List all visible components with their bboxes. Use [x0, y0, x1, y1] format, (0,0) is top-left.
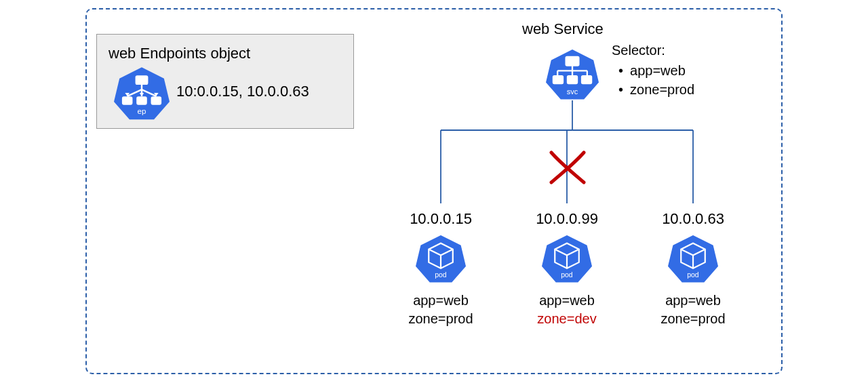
selector-block: Selector: app=web zone=prod	[612, 41, 694, 99]
endpoints-title: web Endpoints object	[108, 45, 250, 62]
svc-icon-label: svc	[567, 87, 578, 96]
pod-labels: app=web zone=dev	[513, 292, 621, 328]
svg-rect-1	[136, 76, 147, 83]
pod-ip: 10.0.0.15	[387, 210, 495, 228]
svg-text:pod: pod	[435, 271, 447, 279]
pod-heptagon-icon: pod	[416, 233, 466, 286]
svg-rect-13	[566, 57, 579, 65]
pod-ip: 10.0.0.99	[513, 210, 621, 228]
endpoints-ips: 10:0.0.15, 10.0.0.63	[176, 83, 309, 100]
svg-rect-19	[553, 76, 563, 83]
pod-label-zone: zone=prod	[387, 310, 495, 328]
pod-label-zone: zone=dev	[513, 310, 621, 328]
svg-rect-20	[568, 76, 577, 83]
selector-item: zone=prod	[618, 80, 694, 99]
pod-label-zone: zone=prod	[639, 310, 747, 328]
svg-rect-11	[152, 98, 161, 104]
service-title: web Service	[522, 20, 604, 38]
pod-label-app: app=web	[639, 292, 747, 310]
pod-1: 10.0.0.15 pod app=web zone=prod	[387, 210, 495, 328]
svg-rect-21	[582, 76, 591, 83]
pod-3: 10.0.0.63 pod app=web zone=prod	[639, 210, 747, 328]
pod-labels: app=web zone=prod	[387, 292, 495, 328]
svg-text:pod: pod	[561, 271, 573, 279]
pod-2: 10.0.0.99 pod app=web zone=dev	[513, 210, 621, 328]
pod-labels: app=web zone=prod	[639, 292, 747, 328]
pod-label-app: app=web	[513, 292, 621, 310]
endpoints-heptagon-icon: ep	[114, 65, 170, 123]
svg-rect-10	[137, 98, 146, 104]
ep-icon-label: ep	[138, 107, 146, 115]
selector-list: app=web zone=prod	[612, 61, 694, 99]
pod-heptagon-icon: pod	[542, 233, 592, 286]
pod-ip: 10.0.0.63	[639, 210, 747, 228]
pod-heptagon-icon: pod	[668, 233, 718, 286]
selector-header: Selector:	[612, 41, 694, 60]
svg-rect-9	[123, 98, 132, 104]
service-heptagon-icon: svc	[546, 47, 599, 103]
svg-text:pod: pod	[687, 271, 699, 279]
pod-label-app: app=web	[387, 292, 495, 310]
selector-item: app=web	[618, 61, 694, 80]
